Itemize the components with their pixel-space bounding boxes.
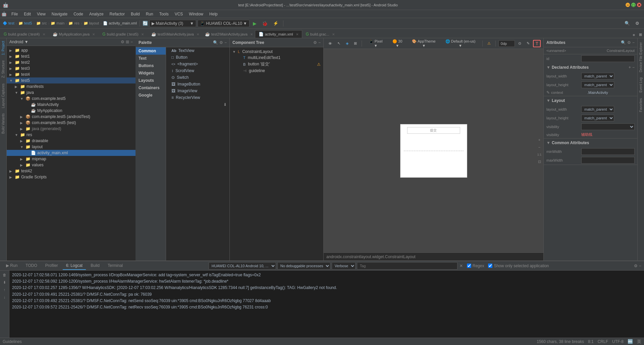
palette-cat-containers[interactable]: Containers: [136, 84, 166, 92]
bottom-tab-terminal[interactable]: Terminal: [104, 262, 126, 270]
menu-vcs[interactable]: VCS: [172, 11, 186, 17]
palette-item-recyclerview[interactable]: ≡ RecyclerView: [166, 94, 229, 101]
declared-attributes-header[interactable]: ▼ Declared Attributes + −: [544, 63, 637, 72]
palette-cat-widgets[interactable]: Widgets: [136, 69, 166, 77]
menu-file[interactable]: File: [9, 11, 20, 17]
logcat-minimize-button[interactable]: −: [639, 264, 641, 268]
palette-search-button[interactable]: 🔍: [213, 40, 218, 45]
palette-item-imageview[interactable]: 🖼 ImageView: [166, 88, 229, 94]
palette-cat-layouts[interactable]: Layouts: [136, 77, 166, 84]
tree-item-test2[interactable]: ▶ 📁 test2: [7, 59, 136, 65]
status-ime-toggle[interactable]: 英: [637, 339, 641, 345]
declared-remove-button[interactable]: −: [632, 65, 635, 70]
tree-item-test5[interactable]: ▼ 📁 test5: [7, 77, 136, 83]
side-tab-layout-captures[interactable]: Layout Captures: [1, 81, 6, 111]
layout-width-select[interactable]: match_parent: [581, 106, 614, 113]
bottom-tab-logcat[interactable]: 6: Logcat: [63, 262, 86, 270]
visibility-select[interactable]: [581, 123, 635, 130]
bottom-tab-todo[interactable]: TODO: [22, 262, 40, 270]
tabs-split-button[interactable]: ⊞: [637, 32, 644, 38]
tab-close-icon[interactable]: ✕: [332, 33, 335, 36]
tree-item-java[interactable]: ▼ 📁 java: [7, 90, 136, 96]
side-tab-project[interactable]: 1: Project: [1, 38, 6, 58]
tree-item-values[interactable]: ▶ 📁 values: [7, 162, 136, 168]
tabs-list-button[interactable]: ≡: [631, 32, 637, 38]
logcat-search-clear[interactable]: ✕: [460, 264, 463, 268]
logcat-process-select[interactable]: No debuggable processes: [277, 262, 330, 270]
declared-add-button[interactable]: +: [629, 65, 631, 70]
minimize-button[interactable]: −: [626, 3, 630, 7]
regex-checkbox[interactable]: [467, 264, 471, 268]
tree-item-activity-main-xml[interactable]: ▶ 📄 activity_main.xml: [7, 150, 136, 156]
palette-item-imagebutton[interactable]: 🖼 ImageButton: [166, 81, 229, 88]
design-warning-button[interactable]: ⚠: [485, 40, 493, 47]
palette-item-textview[interactable]: Ab TextView: [166, 47, 229, 54]
tree-item-java-generated[interactable]: ▶ 📁 java (generated): [7, 126, 136, 132]
tree-item-test3[interactable]: ▶ 📁 test3: [7, 65, 136, 71]
component-tree-minimize-button[interactable]: −: [318, 40, 321, 45]
tree-item-mainactivity[interactable]: ▶ ☕ MainActivity: [7, 102, 136, 108]
palette-item-scrollview[interactable]: ↕ ScrollView: [166, 67, 229, 74]
tree-item-test-package[interactable]: ▶ 📦 com.example.test5 (test): [7, 120, 136, 126]
attr-search-button[interactable]: 🔍: [621, 40, 626, 45]
show-only-selected-checkbox[interactable]: [488, 264, 492, 268]
layout-height-select[interactable]: match_parent: [581, 115, 614, 121]
tab-activity-main-xml[interactable]: 📄 activity_main.xml ✕: [255, 30, 302, 38]
design-mode-button[interactable]: ◈: [344, 40, 351, 47]
tree-item-app[interactable]: ▶ 📁 app: [7, 47, 136, 53]
attr-minimize-button[interactable]: −: [632, 40, 635, 45]
attr-settings-button[interactable]: ⚙: [627, 40, 631, 45]
tree-guideline[interactable]: ▶ ⊣ guideline: [230, 68, 323, 74]
run-config-dropdown[interactable]: ▶ MainActivity (3)▼: [149, 20, 196, 27]
panel-settings-button[interactable]: ⚙: [121, 40, 124, 44]
zoom-in-button[interactable]: +: [536, 137, 542, 143]
tree-button[interactable]: ▶ B button '提交' ⚠: [230, 61, 323, 68]
minwidth-input[interactable]: [581, 148, 635, 155]
logcat-down-button[interactable]: ↓: [2, 294, 8, 300]
tree-item-mipmap[interactable]: ▶ 📁 mipmap: [7, 156, 136, 162]
menu-refactor[interactable]: Refactor: [107, 11, 127, 17]
design-eye-button[interactable]: 👁: [326, 41, 334, 47]
menu-analyze[interactable]: Analyze: [87, 11, 106, 17]
tab-test2-mainactivity[interactable]: ☕ test2\MainActivity.java ✕: [201, 30, 255, 38]
design-text-button[interactable]: T: [533, 40, 541, 47]
palette-cat-common[interactable]: Common: [136, 47, 166, 55]
tab-build-gradle-more[interactable]: G build.grac... ✕: [302, 30, 338, 38]
tree-multiline-edit[interactable]: ▶ T multiLineEditText1: [230, 55, 323, 61]
tree-item-gradle-scripts[interactable]: ▶ 📁 Gradle Scripts: [7, 174, 136, 180]
design-locale-dropdown[interactable]: 🌐 Default (en-us) ▼: [441, 38, 480, 49]
tree-item-test42[interactable]: ▶ 📁 test42: [7, 168, 136, 174]
menu-code[interactable]: Code: [71, 11, 86, 17]
tab-close-icon[interactable]: ✕: [43, 33, 45, 36]
settings-button[interactable]: ⚙: [633, 20, 641, 27]
palette-minimize-button[interactable]: −: [224, 40, 227, 45]
tree-item-res[interactable]: ▼ 📁 res: [7, 132, 136, 138]
menu-tools[interactable]: Tools: [157, 11, 171, 17]
menu-view[interactable]: View: [34, 11, 48, 17]
debug-button[interactable]: 🐞: [260, 20, 270, 27]
tree-item-manifests[interactable]: ▶ 📁 manifests: [7, 83, 136, 90]
side-tab-structure[interactable]: Z: Structure: [1, 58, 6, 80]
tab-test5-mainactivity[interactable]: ☕ test5\MainActivity.java ✕: [148, 30, 201, 38]
side-tab-build-variants[interactable]: Build Variants: [1, 111, 6, 136]
palette-item-switch[interactable]: ⊙ Switch: [166, 74, 229, 81]
design-cursor-button[interactable]: ↖: [335, 40, 342, 47]
attr-id-input[interactable]: [581, 55, 635, 62]
close-button[interactable]: ✕: [637, 3, 641, 7]
layout-height-declared-select[interactable]: match_parent: [581, 81, 614, 88]
tab-close-icon[interactable]: ✕: [92, 33, 95, 36]
menu-edit[interactable]: Edit: [21, 11, 34, 17]
design-pen-button[interactable]: ✎: [525, 40, 532, 47]
logcat-device-select[interactable]: HUAWEI COL-AL10 Android 10, ...: [209, 262, 276, 270]
zoom-out-button[interactable]: −: [536, 144, 542, 150]
reset-zoom-button[interactable]: 1:1: [536, 152, 542, 158]
palette-cat-google[interactable]: Google: [136, 92, 166, 99]
tab-close-icon[interactable]: ✕: [141, 33, 144, 36]
maxwidth-input[interactable]: [581, 157, 635, 164]
tab-close-icon[interactable]: ✕: [296, 33, 299, 36]
logcat-settings-button[interactable]: ⚙: [634, 264, 638, 268]
logcat-scroll-end-button[interactable]: ⬇: [2, 279, 8, 285]
layout-width-declared-select[interactable]: match_parent: [581, 73, 614, 79]
search-button[interactable]: 🔍: [623, 20, 632, 27]
panel-minimize-button[interactable]: −: [130, 40, 133, 44]
